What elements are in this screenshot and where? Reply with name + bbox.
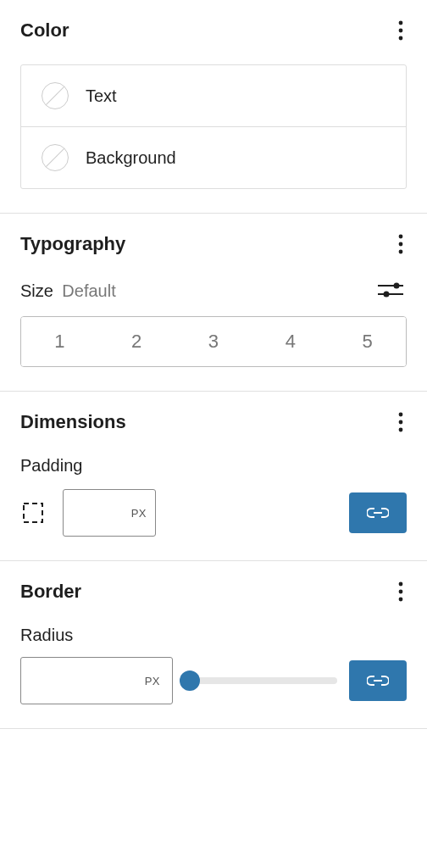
size-label-wrap: Size Default (20, 281, 116, 301)
more-vertical-icon (398, 234, 403, 254)
size-step-2[interactable]: 2 (98, 317, 175, 366)
svg-point-7 (394, 283, 400, 289)
padding-row: PX (20, 489, 407, 537)
radius-slider[interactable] (185, 670, 337, 691)
dimensions-options-button[interactable] (395, 409, 407, 436)
size-step-group: 1 2 3 4 5 (20, 316, 407, 367)
size-step-4[interactable]: 4 (252, 317, 329, 366)
color-item-text[interactable]: Text (21, 65, 406, 126)
link-icon (367, 507, 389, 519)
radius-row: PX (20, 657, 407, 704)
border-title: Border (20, 581, 81, 603)
border-panel: Border Radius PX (0, 561, 427, 729)
radius-label: Radius (20, 626, 407, 645)
svg-point-14 (399, 582, 403, 587)
typography-header: Typography (20, 231, 407, 258)
color-list: Text Background (20, 64, 407, 189)
typography-options-button[interactable] (395, 231, 407, 258)
svg-point-9 (384, 292, 390, 298)
svg-point-2 (399, 36, 403, 41)
link-corners-button[interactable] (349, 660, 407, 701)
padding-input[interactable]: PX (63, 489, 156, 537)
size-row: Size Default (20, 278, 407, 304)
dimensions-title: Dimensions (20, 411, 126, 433)
dimensions-panel: Dimensions Padding PX (0, 392, 427, 561)
size-label: Size (20, 281, 53, 300)
link-sides-button[interactable] (349, 492, 407, 533)
color-item-background[interactable]: Background (21, 126, 406, 188)
svg-point-11 (399, 420, 403, 425)
radius-unit: PX (145, 675, 160, 687)
sliders-icon (378, 281, 403, 298)
svg-point-0 (399, 21, 403, 25)
border-header: Border (20, 578, 407, 605)
custom-size-toggle-button[interactable] (374, 278, 407, 304)
padding-label: Padding (20, 456, 407, 476)
color-title: Color (20, 19, 69, 42)
typography-panel: Typography Size Default 1 2 3 4 5 (0, 214, 427, 392)
more-vertical-icon (398, 20, 403, 41)
radius-input[interactable]: PX (20, 657, 173, 704)
size-step-1[interactable]: 1 (21, 317, 98, 366)
svg-point-16 (399, 598, 403, 602)
no-color-swatch-icon (42, 82, 69, 109)
svg-point-12 (399, 428, 403, 432)
svg-point-15 (399, 590, 403, 594)
color-header: Color (20, 17, 407, 44)
svg-point-5 (399, 250, 403, 254)
svg-rect-13 (24, 504, 42, 522)
size-step-3[interactable]: 3 (175, 317, 252, 366)
more-vertical-icon (398, 581, 403, 602)
typography-title: Typography (20, 233, 125, 255)
dimensions-header: Dimensions (20, 409, 407, 436)
size-value: Default (62, 281, 115, 300)
link-icon (367, 675, 389, 687)
padding-unit: PX (131, 507, 147, 520)
slider-track (185, 677, 337, 684)
border-options-button[interactable] (395, 578, 407, 605)
color-item-label: Text (86, 86, 117, 106)
svg-point-4 (399, 242, 403, 247)
svg-point-10 (399, 413, 403, 417)
color-item-label: Background (86, 148, 176, 168)
padding-sides-icon (20, 500, 46, 526)
size-step-5[interactable]: 5 (329, 317, 406, 366)
color-options-button[interactable] (395, 17, 407, 44)
more-vertical-icon (398, 412, 403, 432)
slider-thumb[interactable] (180, 670, 200, 691)
svg-point-1 (399, 29, 403, 33)
svg-point-3 (399, 235, 403, 239)
color-panel: Color Text Background (0, 0, 427, 214)
no-color-swatch-icon (42, 144, 69, 171)
